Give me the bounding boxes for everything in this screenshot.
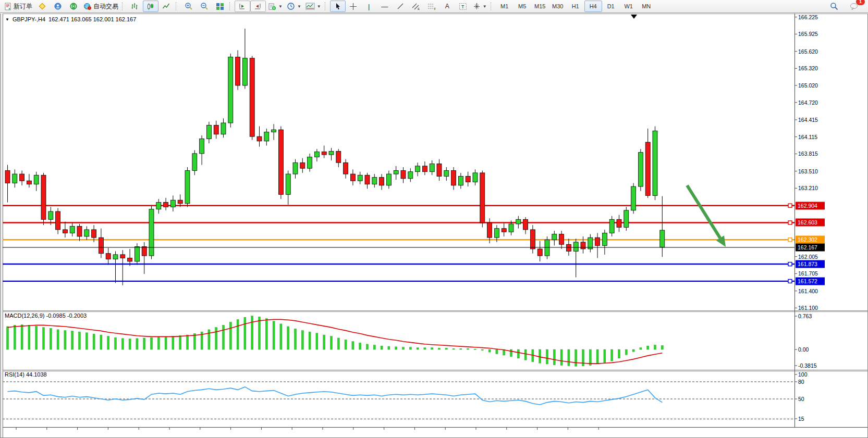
autotrade-button[interactable]: 自动交易 bbox=[81, 1, 120, 12]
candle-body bbox=[308, 157, 312, 168]
trendline-tool-button[interactable] bbox=[393, 1, 408, 12]
macd-histogram-bar bbox=[223, 325, 225, 349]
rsi-axis-label: 15 bbox=[798, 416, 804, 422]
candle-body bbox=[451, 171, 456, 185]
candle-body bbox=[660, 230, 665, 247]
bar-chart-button[interactable] bbox=[127, 1, 143, 12]
toolbar-separator bbox=[229, 2, 233, 10]
line-chart-button[interactable] bbox=[158, 1, 174, 12]
macd-histogram-bar bbox=[331, 336, 333, 349]
arrows-icon bbox=[473, 3, 481, 10]
new-order-button[interactable]: 新订单 bbox=[2, 1, 34, 12]
macd-histogram-bar bbox=[121, 339, 124, 349]
macd-histogram-bar bbox=[259, 317, 261, 349]
collapse-one-click-icon[interactable]: ▼ bbox=[5, 17, 9, 22]
chart-canvas[interactable] bbox=[0, 0, 868, 438]
autotrade-label: 自动交易 bbox=[93, 2, 118, 11]
candle-body bbox=[99, 237, 103, 254]
candle-body bbox=[617, 219, 621, 227]
candle-body bbox=[358, 175, 362, 181]
timeframe-button-d1[interactable]: D1 bbox=[602, 1, 620, 12]
macd-histogram-bar bbox=[136, 339, 138, 349]
timeframe-button-h1[interactable]: H1 bbox=[567, 1, 584, 12]
macd-histogram-bar bbox=[488, 349, 491, 352]
timeframe-button-m30[interactable]: M30 bbox=[549, 1, 567, 12]
price-axis-label: 166.225 bbox=[798, 14, 818, 20]
macd-histogram-bar bbox=[301, 331, 303, 349]
candle-body bbox=[13, 174, 17, 183]
zoom-in-button[interactable] bbox=[181, 1, 197, 12]
tile-windows-icon bbox=[216, 3, 224, 10]
line-endpoint-marker[interactable] bbox=[788, 221, 792, 224]
candle-body bbox=[380, 178, 384, 185]
periods-button[interactable]: ▼ bbox=[285, 1, 303, 12]
macd-histogram-bar bbox=[510, 349, 512, 357]
candle-body bbox=[415, 166, 420, 172]
symbol-period-label: GBPJPY-,H4 bbox=[13, 16, 45, 22]
vertical-line-tool-button[interactable]: | bbox=[361, 1, 377, 12]
macd-histogram-bar bbox=[481, 349, 483, 351]
annotation-arrow-line[interactable] bbox=[687, 185, 720, 238]
timeframe-button-m5[interactable]: M5 bbox=[514, 1, 531, 12]
candle-body bbox=[466, 176, 470, 182]
line-endpoint-marker[interactable] bbox=[788, 262, 792, 266]
chat-button[interactable]: 1 bbox=[846, 1, 862, 12]
macd-histogram-bar bbox=[35, 326, 38, 349]
macd-histogram-bar bbox=[193, 334, 195, 349]
fibonacci-tool-button[interactable]: F bbox=[424, 1, 439, 12]
text-tool-button[interactable]: A bbox=[439, 1, 455, 12]
macd-histogram-bar bbox=[244, 317, 246, 349]
chart-type-group bbox=[127, 0, 174, 12]
chart-title: ▼ GBPJPY-,H4 162.471 163.065 162.001 162… bbox=[5, 16, 136, 22]
timeframe-button-h4[interactable]: H4 bbox=[584, 1, 602, 12]
chart-shift-button[interactable] bbox=[250, 1, 266, 12]
market-watch-button[interactable] bbox=[34, 1, 50, 12]
new-chart-button[interactable]: ▼ bbox=[266, 1, 285, 12]
template-button[interactable]: ▼ bbox=[303, 1, 323, 12]
rsi-axis-label: 80 bbox=[798, 379, 804, 385]
line-endpoint-marker[interactable] bbox=[788, 238, 792, 242]
crosshair-tool-button[interactable] bbox=[346, 1, 361, 12]
trendline-icon bbox=[397, 3, 404, 10]
line-endpoint-marker[interactable] bbox=[788, 279, 792, 283]
macd-histogram-bar bbox=[64, 331, 66, 349]
candle-body bbox=[113, 255, 118, 259]
macd-histogram-bar bbox=[352, 342, 354, 349]
macd-histogram-bar bbox=[100, 335, 102, 349]
channel-tool-button[interactable]: E bbox=[408, 1, 424, 12]
timeframe-button-m1[interactable]: M1 bbox=[496, 1, 514, 12]
toolbar-separator bbox=[491, 2, 494, 10]
line-endpoint-marker[interactable] bbox=[788, 204, 792, 207]
candle-body bbox=[264, 132, 269, 141]
macd-histogram-bar bbox=[187, 335, 189, 349]
candle-body bbox=[523, 219, 528, 230]
candlestick-chart-button[interactable] bbox=[143, 1, 158, 12]
search-button[interactable] bbox=[826, 1, 842, 12]
profile-button[interactable] bbox=[50, 1, 66, 12]
zoom-out-button[interactable] bbox=[197, 1, 212, 12]
candle-body bbox=[365, 175, 370, 184]
arrows-tool-button[interactable]: ▼ bbox=[471, 1, 489, 12]
macd-histogram-bar bbox=[57, 330, 59, 349]
auto-scroll-button[interactable] bbox=[235, 1, 250, 12]
price-axis-label: 163.510 bbox=[798, 168, 818, 174]
macd-histogram-bar bbox=[546, 349, 548, 364]
candle-body bbox=[437, 164, 442, 176]
candle-body bbox=[221, 123, 226, 134]
tile-windows-button[interactable] bbox=[212, 1, 228, 12]
clock-icon bbox=[287, 2, 295, 10]
cursor-tool-button[interactable] bbox=[330, 1, 346, 12]
candle-body bbox=[314, 152, 319, 157]
candle-body bbox=[559, 234, 564, 245]
macd-histogram-bar bbox=[165, 336, 167, 349]
label-tool-button[interactable]: T bbox=[455, 1, 471, 12]
timeframe-button-m15[interactable]: M15 bbox=[531, 1, 549, 12]
timeframe-button-mn[interactable]: MN bbox=[638, 1, 655, 12]
chevron-down-icon: ▼ bbox=[297, 4, 301, 9]
signals-button[interactable] bbox=[66, 1, 81, 12]
timeframe-button-w1[interactable]: W1 bbox=[620, 1, 638, 12]
chart-shift-marker[interactable] bbox=[631, 15, 637, 19]
horizontal-line-tool-button[interactable]: — bbox=[377, 1, 393, 12]
candle-body bbox=[236, 57, 240, 86]
order-group: 新订单 自动交易 bbox=[2, 0, 120, 12]
